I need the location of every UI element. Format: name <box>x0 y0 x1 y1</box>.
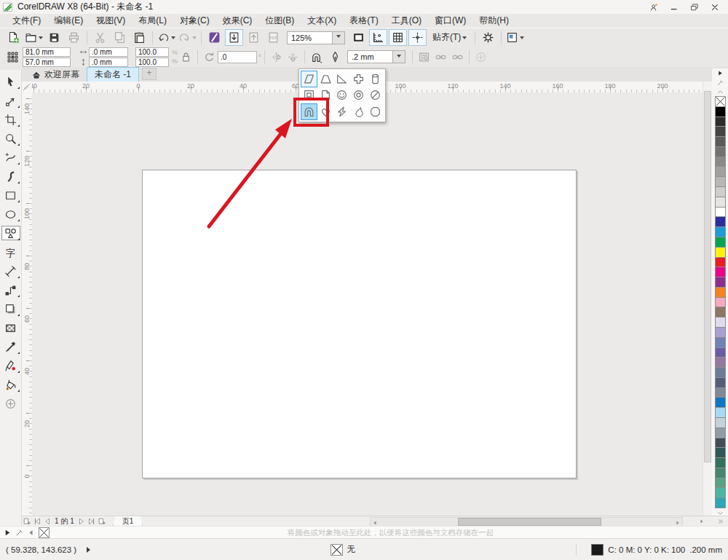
palette-swatch-40[interactable] <box>715 497 726 508</box>
palette-swatch-13[interactable] <box>715 226 726 237</box>
palette-flyout-button[interactable] <box>712 68 728 78</box>
palette-swatch-31[interactable] <box>715 407 726 418</box>
crop-tool[interactable] <box>2 113 20 126</box>
drawing-canvas[interactable] <box>32 92 703 517</box>
expand-scroll-button[interactable] <box>716 517 725 525</box>
tab-welcome-screen[interactable]: 欢迎屏幕 <box>25 68 87 82</box>
close-button[interactable] <box>711 3 719 12</box>
vertical-scrollbar[interactable] <box>703 82 712 517</box>
menu-item-10[interactable]: 工具(O) <box>385 13 428 28</box>
zoom-level-combo[interactable]: 125% <box>287 31 345 44</box>
menu-item-4[interactable]: 布局(L) <box>132 13 173 28</box>
add-tools-button[interactable] <box>2 397 20 410</box>
palette-swatch-26[interactable] <box>715 357 726 368</box>
document-palette-flyout-button[interactable] <box>4 529 12 537</box>
fill-tool[interactable] <box>2 378 20 391</box>
palette-swatch-25[interactable] <box>715 347 726 358</box>
palette-swatch-12[interactable] <box>715 216 726 227</box>
basic-shape-picker-button[interactable] <box>310 51 323 63</box>
scale-x-field[interactable]: 100.0 <box>135 47 169 57</box>
palette-swatch-30[interactable] <box>715 397 726 408</box>
scroll-up-button[interactable] <box>703 82 712 90</box>
palette-swatch-33[interactable] <box>715 427 726 438</box>
to-back-button[interactable] <box>451 51 464 63</box>
open-button[interactable] <box>24 29 44 46</box>
undo-button[interactable] <box>157 29 176 46</box>
show-grid-button[interactable] <box>389 29 407 46</box>
flyout-shape-teardrop[interactable] <box>350 103 367 120</box>
shape-tool[interactable] <box>2 94 20 107</box>
horizontal-scroll-thumb[interactable] <box>458 518 601 526</box>
drop-shadow-tool[interactable] <box>2 302 20 315</box>
zoom-tool[interactable] <box>2 132 20 145</box>
rotation-angle-field[interactable]: .0 <box>218 51 257 63</box>
cut-button[interactable] <box>91 29 109 46</box>
flyout-shape-prohibition[interactable] <box>367 87 384 104</box>
mirror-vertical-button[interactable] <box>287 51 299 63</box>
menu-item-5[interactable]: 对象(C) <box>173 13 216 28</box>
palette-swatch-3[interactable] <box>715 126 726 137</box>
menu-item-2[interactable]: 编辑(E) <box>47 13 90 28</box>
restore-button[interactable] <box>690 3 699 12</box>
flyout-shape-trapezoid[interactable] <box>317 71 334 87</box>
document-palette-eyedropper-button[interactable] <box>15 529 23 537</box>
export-button[interactable] <box>245 29 263 46</box>
menu-item-8[interactable]: 文本(X) <box>301 13 343 28</box>
fullscreen-preview-button[interactable] <box>349 29 368 46</box>
vertical-ruler[interactable]: 140120100806040200 <box>22 92 33 517</box>
palette-swatch-8[interactable] <box>715 176 726 187</box>
palette-swatch-20[interactable] <box>715 297 726 308</box>
flyout-shape-badge[interactable] <box>367 103 384 120</box>
next-page-button[interactable] <box>76 517 87 526</box>
add-page-end-button[interactable] <box>97 517 107 526</box>
palette-swatch-5[interactable] <box>715 146 726 157</box>
add-page-start-button[interactable] <box>22 517 32 526</box>
redo-button[interactable] <box>178 29 197 46</box>
object-height-field[interactable]: .0 mm <box>89 58 128 67</box>
pick-tool[interactable] <box>2 75 20 88</box>
document-palette-no-color-swatch[interactable] <box>39 527 50 538</box>
outline-pen-tool[interactable] <box>2 359 20 372</box>
palette-swatch-22[interactable] <box>715 317 726 328</box>
basic-shapes-tool[interactable] <box>2 226 20 240</box>
last-page-button[interactable] <box>87 517 97 526</box>
outline-width-dropdown[interactable] <box>393 50 405 63</box>
outline-width-combo[interactable]: .2 mm <box>347 50 405 63</box>
palette-swatch-10[interactable] <box>715 197 726 208</box>
palette-swatch-24[interactable] <box>715 337 726 348</box>
minimize-button[interactable] <box>670 3 678 12</box>
flyout-shape-cross[interactable] <box>350 71 367 87</box>
palette-swatch-37[interactable] <box>715 468 726 478</box>
palette-swatch-19[interactable] <box>715 287 726 298</box>
palette-swatch-21[interactable] <box>715 307 726 318</box>
page-1-tab[interactable]: 页1 <box>113 516 143 527</box>
menu-item-11[interactable]: 窗口(W) <box>428 13 472 28</box>
copy-button[interactable] <box>111 29 129 46</box>
palette-swatch-11[interactable] <box>715 207 726 218</box>
palette-swatch-28[interactable] <box>715 377 726 388</box>
to-front-button[interactable] <box>435 51 447 63</box>
wrap-text-button[interactable] <box>418 51 430 63</box>
menu-item-6[interactable]: 效果(C) <box>216 13 259 28</box>
transparency-tool[interactable] <box>2 321 20 334</box>
menu-item-12[interactable]: 帮助(H) <box>472 13 515 28</box>
object-width-field[interactable]: .0 mm <box>89 47 128 57</box>
palette-swatch-6[interactable] <box>715 157 726 167</box>
palette-swatch-9[interactable] <box>715 186 726 197</box>
palette-swatch-35[interactable] <box>715 447 726 458</box>
import-button[interactable] <box>225 29 243 46</box>
lock-ratio-icon[interactable] <box>180 51 192 63</box>
palette-swatch-32[interactable] <box>715 417 726 428</box>
outline-width-value[interactable]: .2 mm <box>347 50 393 63</box>
palette-swatch-2[interactable] <box>715 117 726 127</box>
freehand-tool[interactable] <box>2 151 20 164</box>
zoom-level-value[interactable]: 125% <box>287 31 333 44</box>
palette-swatch-4[interactable] <box>715 136 726 147</box>
ellipse-tool[interactable] <box>2 208 20 221</box>
palette-swatch-23[interactable] <box>715 327 726 338</box>
palette-swatch-17[interactable] <box>715 267 726 277</box>
flyout-shape-parallelogram[interactable] <box>301 71 317 87</box>
menu-item-3[interactable]: 视图(V) <box>90 13 132 28</box>
connector-tool[interactable] <box>2 283 20 296</box>
mirror-horizontal-button[interactable] <box>270 51 282 63</box>
